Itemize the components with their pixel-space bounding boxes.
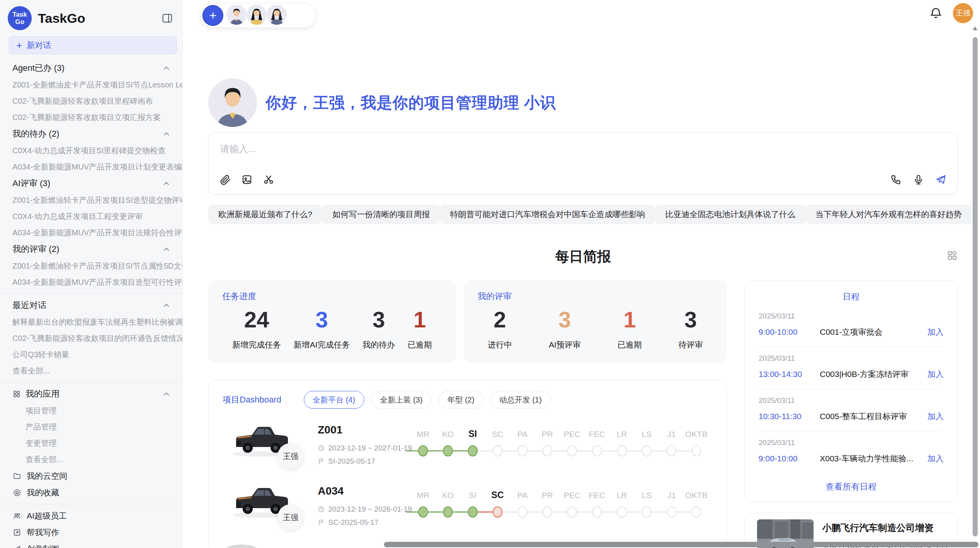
sidebar-group-header-recent[interactable]: 最近对话 bbox=[0, 297, 182, 314]
sidebar-tool-drawing[interactable]: 创意制图 bbox=[0, 541, 182, 548]
paperclip-icon[interactable] bbox=[219, 174, 231, 185]
topbar-right: 王强 bbox=[929, 3, 973, 23]
join-meeting-link[interactable]: 加入 bbox=[927, 369, 944, 380]
sidebar-item[interactable]: Z001-全新燃油轻卡产品开发项目SI造型提交物评审 bbox=[0, 192, 182, 208]
sidebar-item[interactable]: 解释最新出台的欧盟报废车法规再生塑料比例被调至15%... bbox=[0, 314, 182, 330]
dashboard-tab[interactable]: 全新上装 (3) bbox=[371, 391, 432, 409]
scroll-up-arrow[interactable] bbox=[973, 26, 977, 30]
contact-avatar-3[interactable] bbox=[267, 5, 287, 25]
sidebar-item[interactable]: Z001-全新燃油轻卡产品开发项目SI节点属性5D文件评审 bbox=[0, 258, 182, 274]
app-window: Task Go TaskGo + 新对话 Agent已办 (3)Z001-全新燃… bbox=[0, 0, 980, 548]
schedule-time: 10:30-11:30 bbox=[759, 412, 820, 421]
stat: 2进行中 bbox=[488, 307, 512, 350]
schedule-event-title: C003|H0B-方案冻结评审 bbox=[820, 369, 927, 380]
sidebar-divider bbox=[0, 382, 182, 382]
phone-call-icon[interactable] bbox=[890, 174, 902, 185]
sidebar-group-header-my-apps[interactable]: 我的应用 bbox=[0, 385, 182, 402]
svg-text:KO: KO bbox=[442, 491, 454, 500]
screenshot-scissors-icon[interactable] bbox=[263, 174, 274, 185]
sidebar-tool-writing[interactable]: 帮我写作 bbox=[0, 524, 182, 541]
project-code[interactable]: A034 bbox=[318, 485, 344, 497]
dashboard-tab[interactable]: 动总开发 (1) bbox=[490, 391, 551, 409]
group-title: 最近对话 bbox=[12, 300, 162, 311]
sidebar-item[interactable]: C0X4-动力总成开发项目SI里程碑提交物检查 bbox=[0, 142, 182, 159]
notification-bell-icon[interactable] bbox=[929, 6, 943, 20]
sidebar-group-header-group1[interactable]: 我的待办 (2) bbox=[0, 125, 182, 142]
image-upload-icon[interactable] bbox=[241, 174, 253, 185]
microphone-icon[interactable] bbox=[913, 174, 924, 185]
tool-label: 创意制图 bbox=[27, 544, 59, 548]
sidebar-group-header-group0[interactable]: Agent已办 (3) bbox=[0, 60, 182, 77]
dashboard-tab[interactable]: 年型 (2) bbox=[439, 391, 483, 409]
add-conversation-button[interactable]: + bbox=[202, 5, 223, 26]
stat-columns: 2进行中3AI预评审1已逾期3待评审 bbox=[478, 307, 713, 350]
contact-avatar-1[interactable] bbox=[226, 5, 247, 25]
sidebar-link-favorites[interactable]: 我的收藏 bbox=[0, 484, 182, 501]
horizontal-scrollbar[interactable] bbox=[384, 542, 978, 547]
sidebar-divider bbox=[0, 504, 182, 504]
sidebar-item[interactable]: Z001-全新燃油皮卡产品开发项目SI节点Lesson Learn报告 bbox=[0, 77, 182, 93]
clock-icon bbox=[318, 506, 325, 513]
suggestion-chip[interactable]: 欧洲新规最近颁布了什么? bbox=[208, 205, 322, 224]
schedule-item[interactable]: 2025/03/1113:00-14:30C003|H0B-方案冻结评审加入 bbox=[759, 347, 944, 389]
milestone-timeline: MRKOSISCPAPRPECFECLRLSJ1OKTB bbox=[402, 412, 712, 459]
schedule-item[interactable]: 2025/03/119:00-10:00C001-立项审批会加入 bbox=[759, 305, 944, 347]
stats-card-title: 我的评审 bbox=[478, 291, 713, 302]
sidebar-item[interactable]: A034-全新新能源MUV产品开发项目造型可行性评审 bbox=[0, 274, 182, 290]
sidebar-item[interactable]: C02-飞腾新能源轻客改款项目的闭环通告反馈情况 bbox=[0, 330, 182, 346]
sidebar-item[interactable]: C02-飞腾新能源轻客改款项目立项汇报方案 bbox=[0, 109, 182, 125]
join-meeting-link[interactable]: 加入 bbox=[927, 453, 944, 464]
schedule-item[interactable]: 2025/03/1110:30-11:30C005-整车工程目标评审加入 bbox=[759, 389, 944, 432]
sidebar-group-header-group2[interactable]: AI评审 (3) bbox=[0, 175, 182, 192]
suggestion-chip[interactable]: 如何写一份清晰的项目周报 bbox=[322, 205, 440, 224]
contact-avatar-2[interactable] bbox=[247, 5, 267, 25]
chat-composer[interactable]: 请输入... bbox=[208, 132, 958, 194]
join-meeting-link[interactable]: 加入 bbox=[927, 411, 944, 422]
suggestion-chip[interactable]: 当下年轻人对汽车外观有怎样的喜好趋势 bbox=[805, 205, 972, 224]
svg-text:PR: PR bbox=[541, 491, 553, 500]
flag-text: SI-2025-05-17 bbox=[328, 457, 375, 466]
send-icon[interactable] bbox=[935, 174, 947, 185]
vertical-scrollbar[interactable] bbox=[973, 37, 978, 536]
sidebar-group-header-group3[interactable]: 我的评审 (2) bbox=[0, 241, 182, 258]
briefing-layout-grid-icon[interactable] bbox=[946, 250, 958, 261]
schedule-row: 10:30-11:30C005-整车工程目标评审加入 bbox=[759, 411, 944, 422]
user-avatar[interactable]: 王强 bbox=[953, 3, 973, 23]
svg-text:FEC: FEC bbox=[589, 491, 605, 500]
schedule-item[interactable]: 2025/03/119:00-10:00X003-车辆动力学性能验...加入 bbox=[759, 432, 944, 473]
svg-text:SI: SI bbox=[469, 491, 476, 500]
stat-label: 新增完成任务 bbox=[232, 339, 281, 350]
plus-icon: + bbox=[16, 40, 22, 50]
sidebar-item[interactable]: 公司Q3轻卡销量 bbox=[0, 346, 182, 363]
stat: 3新增AI完成任务 bbox=[293, 307, 350, 350]
sidebar-item[interactable]: 项目管理 bbox=[0, 402, 182, 419]
sidebar-tool-ai-staff[interactable]: AI超级员工 bbox=[0, 507, 182, 524]
svg-text:SI: SI bbox=[469, 429, 477, 439]
sidebar-item[interactable]: 查看全部... bbox=[0, 451, 182, 468]
sidebar-item[interactable]: C0X4-动力总成开发项目工程变更评审 bbox=[0, 208, 182, 224]
stat-label: 进行中 bbox=[488, 339, 512, 350]
sidebar-item[interactable]: C02-飞腾新能源轻客改款项目里程碑画布 bbox=[0, 93, 182, 109]
news-title: 小鹏飞行汽车制造公司增资 bbox=[822, 522, 934, 534]
suggestion-chip[interactable]: 特朗普可能对进口汽车增税会对中国车企造成哪些影响 bbox=[440, 205, 655, 224]
sidebar-item[interactable]: A034-全新新能源MUV产品开发项目计划变更表编写 bbox=[0, 159, 182, 175]
view-all-schedule-link[interactable]: 查看所有日程 bbox=[759, 473, 944, 500]
cloud-icon bbox=[13, 472, 21, 480]
suggestion-chip[interactable]: 比亚迪全固态电池计划具体说了什么 bbox=[655, 205, 805, 224]
sidebar-item[interactable]: 查看全部... bbox=[0, 363, 182, 379]
sidebar-collapse-icon[interactable] bbox=[161, 12, 173, 24]
stat-value: 24 bbox=[232, 307, 281, 332]
sidebar-item[interactable]: A034-全新新能源MUV产品开发项目法规符合性评审 bbox=[0, 224, 182, 241]
new-chat-button[interactable]: + 新对话 bbox=[9, 36, 177, 54]
project-code[interactable]: Z001 bbox=[318, 424, 343, 436]
sidebar-item[interactable]: 变更管理 bbox=[0, 435, 182, 451]
sidebar-link-cloud[interactable]: 我的云空间 bbox=[0, 468, 182, 484]
project-list: 王强Z0012023-12-19 ~ 2027-01-19SI-2025-05-… bbox=[209, 412, 726, 534]
sidebar-item[interactable]: 产品管理 bbox=[0, 419, 182, 435]
daily-briefing-header: 每日简报 bbox=[208, 247, 958, 264]
flag-text: SC-2025-05-17 bbox=[328, 518, 379, 527]
schedule-card: 日程 2025/03/119:00-10:00C001-立项审批会加入2025/… bbox=[744, 281, 958, 502]
join-meeting-link[interactable]: 加入 bbox=[927, 327, 944, 337]
left-column: 任务进度24新增完成任务3新增AI完成任务3我的待办1已逾期我的评审2进行中3A… bbox=[208, 281, 727, 548]
dashboard-tab[interactable]: 全新平台 (4) bbox=[304, 391, 364, 409]
